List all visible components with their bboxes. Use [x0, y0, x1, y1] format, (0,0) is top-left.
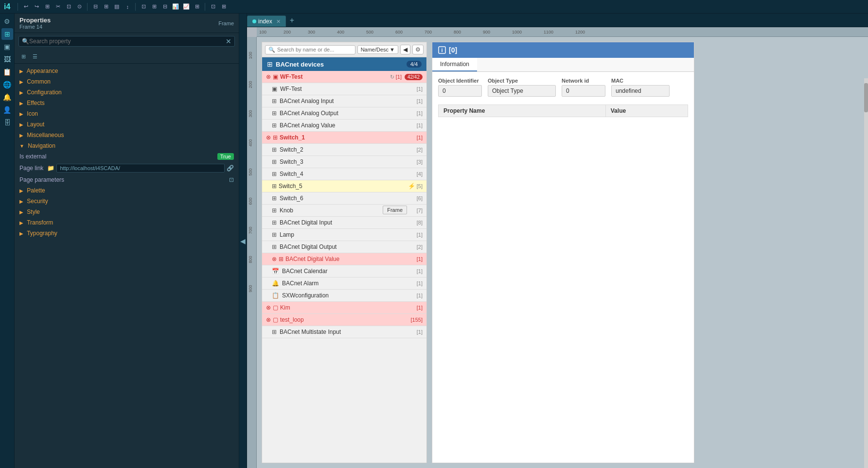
- list-item[interactable]: ⊞ Switch_2 [2]: [262, 144, 426, 156]
- list-item[interactable]: 📋 SXWconfiguration [1]: [262, 290, 426, 302]
- props-toolbar-grid-btn[interactable]: ⊞: [18, 52, 28, 61]
- sidebar-icon-frames[interactable]: ▣: [1, 41, 13, 52]
- network-id-input[interactable]: [562, 85, 605, 97]
- mac-input[interactable]: [611, 85, 670, 97]
- page-params-label: Page parameters: [19, 176, 64, 183]
- page-link-input[interactable]: [56, 164, 225, 173]
- list-item[interactable]: ⊞ BACnet Digital Input [8]: [262, 217, 426, 229]
- list-item[interactable]: ⊞ Lamp [1]: [262, 229, 426, 241]
- group-typography[interactable]: ▶ Typography: [15, 228, 239, 239]
- device-item-name: WF-Test: [280, 86, 417, 92]
- toolbar-icon-5[interactable]: ⊡: [64, 2, 73, 11]
- list-item[interactable]: ⊞ BACnet Analog Value [1]: [262, 120, 426, 132]
- sidebar-icon-alarms[interactable]: 🔔: [1, 91, 13, 103]
- toolbar-icon-7[interactable]: ⊟: [91, 2, 100, 11]
- list-item[interactable]: ⊞ Switch_3 [3]: [262, 156, 426, 168]
- tab-index[interactable]: index ✕: [247, 16, 286, 27]
- toolbar-icon-9[interactable]: ▤: [112, 2, 121, 11]
- sidebar-icon-network[interactable]: 🌐: [1, 79, 13, 90]
- clear-search-button[interactable]: ✕: [226, 37, 231, 45]
- group-style[interactable]: ▶ Style: [15, 207, 239, 217]
- group-layout[interactable]: ▶ Layout: [15, 119, 239, 130]
- device-search-input[interactable]: [277, 47, 352, 52]
- toolbar-icon-18[interactable]: ⊞: [219, 2, 228, 11]
- group-label-typography: Typography: [27, 230, 57, 237]
- device-list-toolbar: 🔍 Name/Desc ▼ ◀ ⚙: [262, 42, 426, 57]
- list-item[interactable]: ⊞ Switch_5 ⚡ [5]: [262, 180, 426, 192]
- toolbar-icon-14[interactable]: 📊: [171, 2, 180, 11]
- tab-add-button[interactable]: +: [286, 14, 298, 27]
- toolbar-icon-3[interactable]: ⊞: [43, 2, 52, 11]
- toolbar-icon-6[interactable]: ⊙: [75, 2, 84, 11]
- toolbar-icon-4[interactable]: ✂: [53, 2, 62, 11]
- tab-information[interactable]: Information: [432, 58, 477, 71]
- group-miscellaneous[interactable]: ▶ Miscellaneous: [15, 130, 239, 140]
- device-search-box[interactable]: 🔍: [265, 45, 355, 54]
- group-security[interactable]: ▶ Security: [15, 196, 239, 207]
- sidebar-icon-media[interactable]: 🖼: [1, 53, 13, 65]
- list-item[interactable]: ⊞ BACnet Analog Output [1]: [262, 107, 426, 120]
- toolbar-icon-10[interactable]: ↕: [123, 2, 132, 11]
- sort-button[interactable]: Name/Desc ▼: [357, 45, 398, 54]
- toolbar-icon-17[interactable]: ⊡: [209, 2, 217, 11]
- device-item-name: Switch_4: [280, 171, 417, 177]
- group-transform[interactable]: ▶ Transform: [15, 217, 239, 228]
- collapse-panel-button[interactable]: ◀: [239, 14, 247, 468]
- list-item[interactable]: ⊞ BACnet Analog Input [1]: [262, 95, 426, 107]
- props-toolbar-list-btn[interactable]: ☰: [30, 52, 40, 61]
- properties-header: Properties Frame 14 Frame: [15, 14, 239, 33]
- list-item[interactable]: 🔔 BACnet Alarm [1]: [262, 277, 426, 290]
- list-item[interactable]: ⊞ BACnet Digital Output [2]: [262, 241, 426, 253]
- is-external-toggle[interactable]: True: [217, 153, 234, 160]
- scrollbar-thumb[interactable]: [864, 83, 868, 112]
- toolbar-icon-8[interactable]: ⊞: [102, 2, 110, 11]
- tab-bar: index ✕ +: [247, 14, 868, 27]
- group-common[interactable]: ▶ Common: [15, 76, 239, 87]
- sidebar-icon-data[interactable]: 📋: [1, 66, 13, 78]
- group-effects[interactable]: ▶ Effects: [15, 98, 239, 108]
- group-navigation[interactable]: ▼ Navigation: [15, 140, 239, 151]
- object-identifier-input[interactable]: [438, 85, 482, 97]
- list-item[interactable]: ⊞ BACnet Multistate Input [1]: [262, 326, 426, 338]
- canvas-area[interactable]: 100 200 300 400 500 600 700 800 900 1000…: [247, 27, 868, 468]
- toolbar-icon-12[interactable]: ⊞: [150, 2, 159, 11]
- toolbar-icon-13[interactable]: ⊟: [160, 2, 169, 11]
- object-type-input[interactable]: [488, 85, 556, 97]
- group-appearance[interactable]: ▶ Appearance: [15, 66, 239, 76]
- list-item[interactable]: ⊗ ⊞ BACnet Digital Value [1]: [262, 253, 426, 265]
- value-header: Value: [605, 105, 688, 117]
- search-input[interactable]: [29, 38, 226, 45]
- sidebar-icon-layout[interactable]: ⊞: [1, 28, 13, 40]
- group-icon[interactable]: ▶ Icon: [15, 108, 239, 119]
- sidebar-icon-users[interactable]: 👤: [1, 104, 13, 116]
- device-item-id: [1]: [417, 329, 423, 335]
- sidebar-icon-settings[interactable]: ⚙: [1, 16, 13, 27]
- list-item[interactable]: ⊞ Switch_4 [4]: [262, 168, 426, 180]
- properties-search[interactable]: 🔍 ✕: [18, 36, 235, 47]
- list-item[interactable]: ⊗ ▢ test_loop [155]: [262, 314, 426, 326]
- toolbar-icon-16[interactable]: ⊞: [193, 2, 201, 11]
- toolbar-icon-2[interactable]: ↪: [32, 2, 41, 11]
- device-item-id: [5]: [417, 183, 423, 189]
- sidebar-icon-db[interactable]: 🗄: [1, 117, 13, 128]
- scrollbar-track[interactable]: [864, 78, 868, 468]
- list-item[interactable]: ⊗ ⊞ Switch_1 [1]: [262, 132, 426, 144]
- device-item-name: BACnet Alarm: [282, 280, 417, 287]
- group-palette[interactable]: ▶ Palette: [15, 185, 239, 196]
- list-item[interactable]: ⊗ ▢ Kim [1]: [262, 302, 426, 314]
- list-item[interactable]: ⊗ ▣ WF-Test ↻ [1] 42/42: [262, 71, 426, 83]
- list-item[interactable]: 📅 BACnet Calendar [1]: [262, 265, 426, 277]
- device-item-id: [2]: [417, 147, 423, 153]
- toolbar-icon-15[interactable]: 📈: [182, 2, 191, 11]
- tab-close-button[interactable]: ✕: [276, 18, 281, 25]
- list-item[interactable]: ⊞ Knob Frame [7]: [262, 205, 426, 217]
- list-item[interactable]: ⊞ Switch_6 [6]: [262, 192, 426, 205]
- nav-back-button[interactable]: ◀: [400, 45, 410, 54]
- device-search-icon: 🔍: [268, 47, 275, 53]
- toolbar-icon-11[interactable]: ⊡: [139, 2, 148, 11]
- list-item[interactable]: ▣ WF-Test [1]: [262, 83, 426, 95]
- toolbar-icon-1[interactable]: ↩: [21, 2, 30, 11]
- svg-text:600: 600: [395, 30, 403, 35]
- group-configuration[interactable]: ▶ Configuration: [15, 87, 239, 98]
- device-gear-button[interactable]: ⚙: [412, 45, 424, 54]
